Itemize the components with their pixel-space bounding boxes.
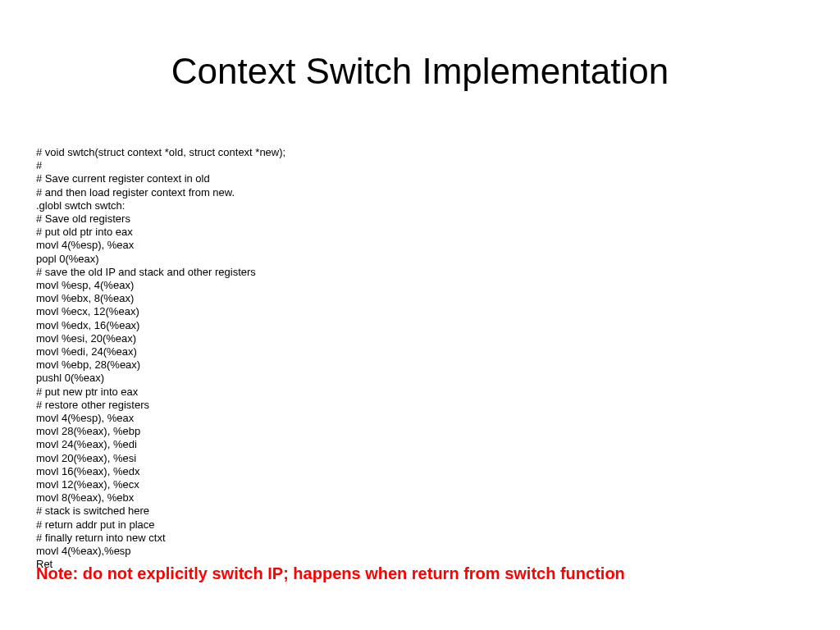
- slide-note: Note: do not explicitly switch IP; happe…: [36, 564, 625, 583]
- slide: Context Switch Implementation # void swt…: [0, 0, 840, 630]
- slide-title: Context Switch Implementation: [0, 51, 840, 92]
- assembly-code-block: # void swtch(struct context *old, struct…: [36, 146, 285, 572]
